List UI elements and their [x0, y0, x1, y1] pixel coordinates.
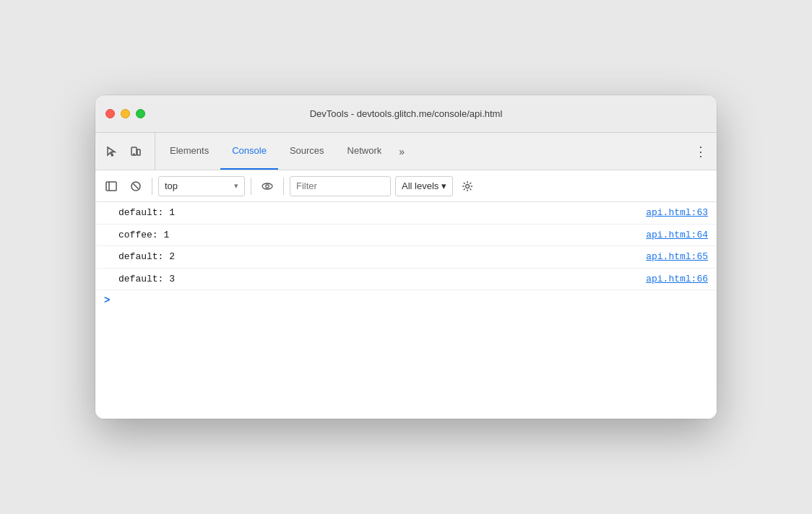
console-message: default: 3: [118, 272, 175, 287]
svg-rect-1: [137, 149, 140, 155]
console-row: default: 2 api.html:65: [95, 246, 717, 269]
console-message: default: 2: [118, 250, 175, 264]
filter-input[interactable]: [290, 176, 391, 196]
devtools-tabs-bar: Elements Console Sources Network » ⋮: [95, 133, 717, 170]
select-element-button[interactable]: [101, 141, 121, 162]
console-input[interactable]: [114, 295, 708, 306]
toolbar-divider-3: [283, 178, 284, 195]
device-mode-button[interactable]: [126, 141, 146, 162]
tab-console[interactable]: Console: [220, 133, 278, 170]
devtools-icon-group: [101, 133, 155, 170]
title-bar: DevTools - devtools.glitch.me/console/ap…: [95, 95, 717, 133]
console-input-row: >: [95, 290, 717, 310]
traffic-lights: [105, 109, 145, 118]
console-row: default: 3 api.html:66: [95, 269, 717, 291]
maximize-button[interactable]: [136, 109, 145, 118]
tabs-list: Elements Console Sources Network »: [158, 133, 691, 170]
devtools-menu-button[interactable]: ⋮: [691, 141, 711, 162]
console-row: coffee: 1 api.html:64: [95, 225, 717, 247]
console-link[interactable]: api.html:66: [646, 272, 708, 287]
context-dropdown-arrow: ▾: [234, 181, 238, 191]
console-link[interactable]: api.html:63: [646, 206, 708, 220]
tab-sources[interactable]: Sources: [278, 133, 336, 170]
context-selector[interactable]: top ▾: [158, 176, 245, 196]
svg-point-2: [134, 153, 134, 154]
clear-console-button[interactable]: [126, 176, 146, 196]
close-button[interactable]: [105, 109, 115, 118]
console-link[interactable]: api.html:64: [646, 228, 708, 243]
toolbar-divider-2: [251, 178, 251, 195]
console-toolbar: top ▾ All levels ▾: [95, 170, 717, 202]
console-row: default: 1 api.html:63: [95, 202, 717, 225]
console-output: default: 1 api.html:63 coffee: 1 api.htm…: [95, 202, 717, 419]
svg-point-8: [266, 184, 269, 187]
levels-dropdown-arrow: ▾: [441, 180, 446, 191]
sidebar-toggle-button[interactable]: [101, 176, 121, 196]
console-message: coffee: 1: [118, 228, 169, 243]
svg-line-6: [134, 183, 139, 188]
log-levels-button[interactable]: All levels ▾: [395, 176, 453, 196]
devtools-window: DevTools - devtools.glitch.me/console/ap…: [95, 95, 717, 419]
tab-network[interactable]: Network: [336, 133, 394, 170]
console-message: default: 1: [118, 206, 175, 220]
console-settings-button[interactable]: [457, 176, 478, 196]
tab-elements[interactable]: Elements: [158, 133, 220, 170]
toolbar-divider: [152, 178, 152, 195]
minimize-button[interactable]: [121, 109, 130, 118]
live-expressions-button[interactable]: [257, 176, 277, 196]
svg-rect-3: [106, 182, 116, 191]
window-title: DevTools - devtools.glitch.me/console/ap…: [310, 108, 503, 119]
console-prompt-symbol: >: [104, 295, 110, 306]
svg-point-9: [466, 184, 470, 188]
console-link[interactable]: api.html:65: [646, 250, 708, 264]
more-tabs-button[interactable]: »: [393, 133, 410, 170]
